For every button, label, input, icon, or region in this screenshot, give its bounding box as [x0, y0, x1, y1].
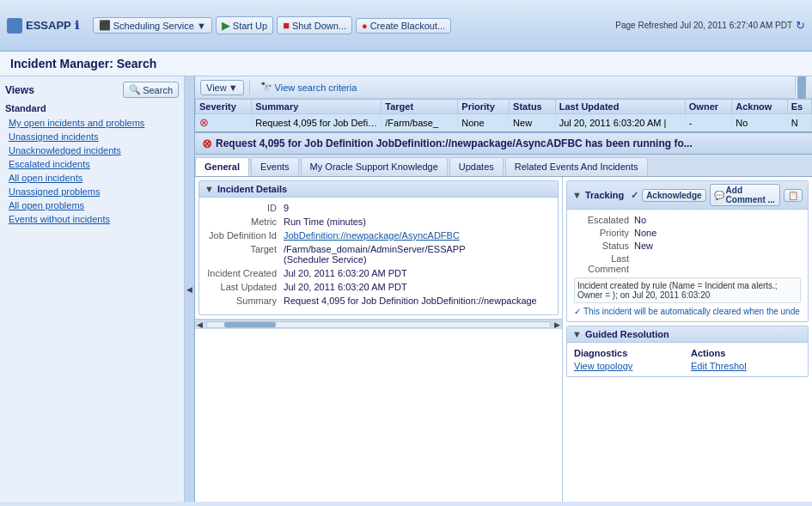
- cell-owner: -: [685, 114, 731, 131]
- scroll-right-btn[interactable]: ▶: [553, 320, 562, 329]
- view-criteria-btn[interactable]: 🔭 View search criteria: [255, 80, 363, 94]
- scroll-left-btn[interactable]: ◀: [195, 320, 205, 329]
- col-escalated[interactable]: Es: [787, 100, 811, 114]
- collapse-sidebar-btn[interactable]: ◀: [185, 76, 195, 502]
- tracking-label-status: Status: [574, 241, 634, 251]
- tab-events[interactable]: Events: [251, 157, 299, 176]
- detail-row-created: Incident Created Jul 20, 2011 6:03:20 AM…: [206, 268, 551, 278]
- view-dropdown-icon: ▼: [229, 82, 238, 93]
- sidebar-item-all-open-incidents[interactable]: All open incidents: [5, 171, 179, 185]
- top-bar-actions: ⬛ Scheduling Service ▼ ▶ Start Up ■ Shut…: [93, 16, 451, 34]
- checkmark-icon: ✓: [631, 190, 638, 201]
- scheduling-service-icon: ⬛: [99, 20, 111, 31]
- sidebar-item-unassigned-incidents[interactable]: Unassigned incidents: [5, 130, 179, 143]
- start-up-icon: ▶: [222, 19, 230, 32]
- tab-updates[interactable]: Updates: [449, 157, 504, 176]
- add-comment-label: Add Comment ...: [726, 186, 776, 204]
- left-panel: ▼ Incident Details ID 9 Metric Run Time …: [195, 177, 563, 502]
- detail-row-metric: Metric Run Time (minutes): [206, 216, 551, 227]
- sidebar-item-events-without[interactable]: Events without incidents: [5, 212, 179, 226]
- scheduling-service-btn[interactable]: ⬛ Scheduling Service ▼: [93, 17, 212, 34]
- detail-row-summary: Summary Request 4,095 for Job Definition…: [206, 296, 551, 306]
- col-target[interactable]: Target: [382, 100, 458, 114]
- col-summary[interactable]: Summary: [252, 100, 382, 114]
- auto-clear-text: ✓ This incident will be automatically cl…: [574, 307, 801, 316]
- top-bar: ESSAPP ℹ ⬛ Scheduling Service ▼ ▶ Start …: [0, 0, 812, 52]
- cell-target: /Farm/base_: [382, 114, 458, 131]
- tracking-row-last-comment: Last Comment: [574, 253, 801, 274]
- tabs-bar: General Events My Oracle Support Knowled…: [195, 155, 812, 177]
- section-collapse-icon[interactable]: ▼: [205, 184, 214, 194]
- tab-general[interactable]: General: [195, 157, 249, 176]
- incident-title-bar: ⊗ Request 4,095 for Job Definition JobDe…: [195, 133, 812, 155]
- detail-value-id: 9: [284, 203, 551, 213]
- guided-res-collapse-icon[interactable]: ▼: [572, 329, 582, 339]
- col-severity[interactable]: Severity: [196, 100, 252, 114]
- acknowledge-btn[interactable]: Acknowledge: [642, 189, 705, 202]
- edit-threshold-link[interactable]: Edit Threshol: [691, 361, 801, 371]
- more-btn[interactable]: 📋: [784, 189, 803, 202]
- cell-escalated: N: [787, 114, 811, 131]
- tracking-header: ▼ Tracking ✓ Acknowledge 💬 Add Comment .…: [567, 181, 808, 210]
- detail-row-id: ID 9: [206, 203, 551, 213]
- sidebar-item-unassigned-problems[interactable]: Unassigned problems: [5, 185, 179, 198]
- tracking-label-last-comment: Last Comment: [574, 253, 634, 274]
- table-row[interactable]: ⊗ Request 4,095 for Job Definition JobDe…: [196, 114, 812, 131]
- sidebar-item-unacknowledged[interactable]: Unacknowledged incidents: [5, 143, 179, 157]
- col-priority[interactable]: Priority: [458, 100, 510, 114]
- tab-oracle-support[interactable]: My Oracle Support Knowledge: [301, 157, 448, 176]
- incident-details-title: Incident Details: [217, 184, 287, 194]
- search-button[interactable]: 🔍 Search: [123, 82, 179, 98]
- app-logo-icon: [7, 18, 22, 34]
- sidebar-item-escalated[interactable]: Escalated incidents: [5, 157, 179, 171]
- detail-label-metric: Metric: [206, 216, 284, 227]
- col-owner[interactable]: Owner: [685, 100, 731, 114]
- add-comment-btn[interactable]: 💬 Add Comment ...: [710, 184, 780, 206]
- sidebar-title: Views: [5, 84, 34, 96]
- start-up-btn[interactable]: ▶ Start Up: [216, 16, 273, 34]
- tracking-collapse-icon[interactable]: ▼: [572, 190, 582, 200]
- guided-res-columns: Diagnostics View topology Actions Edit T…: [574, 348, 801, 371]
- toolbar-separator: [249, 81, 250, 94]
- col-status[interactable]: Status: [510, 100, 556, 114]
- sidebar-item-all-open-problems[interactable]: All open problems: [5, 198, 179, 212]
- tracking-label-priority: Priority: [574, 228, 634, 238]
- col-acknowledged[interactable]: Acknow: [732, 100, 787, 114]
- view-topology-link[interactable]: View topology: [574, 361, 684, 371]
- main-layout: Views 🔍 Search Standard My open incident…: [0, 76, 812, 502]
- tracking-row-status: Status New: [574, 241, 801, 251]
- detail-label-target: Target: [206, 244, 284, 254]
- start-up-label: Start Up: [233, 21, 267, 31]
- tracking-section: ▼ Tracking ✓ Acknowledge 💬 Add Comment .…: [566, 180, 809, 322]
- view-btn[interactable]: View ▼: [200, 80, 244, 95]
- page-title: Incident Manager: Search: [0, 52, 812, 76]
- detail-label-id: ID: [206, 203, 284, 213]
- h-scroll-bar[interactable]: ◀ ▶: [195, 319, 562, 329]
- h-scroll-track: [206, 321, 551, 328]
- refresh-icon[interactable]: ↻: [796, 19, 805, 32]
- app-info-icon[interactable]: ℹ: [75, 19, 79, 32]
- acknowledge-label: Acknowledge: [646, 191, 701, 200]
- detail-value-job-def[interactable]: JobDefinition://newpackage/AsyncADFBC: [284, 230, 551, 241]
- detail-label-summary: Summary: [206, 296, 284, 306]
- sidebar-header: Views 🔍 Search: [5, 82, 179, 98]
- shut-down-btn[interactable]: ■ Shut Down...: [277, 16, 352, 34]
- table-header-row: Severity Summary Target Priority Status …: [196, 100, 812, 114]
- sidebar-item-my-open[interactable]: My open incidents and problems: [5, 116, 179, 130]
- more-icon: 📋: [788, 191, 798, 200]
- shut-down-label: Shut Down...: [292, 21, 346, 31]
- guided-diagnostics-col: Diagnostics View topology: [574, 348, 684, 371]
- detail-label-last-updated: Last Updated: [206, 282, 284, 292]
- create-blackout-btn[interactable]: ● Create Blackout...: [356, 18, 451, 34]
- tab-related-events[interactable]: Related Events And Incidents: [505, 157, 648, 176]
- tracking-value-status: New: [634, 241, 653, 251]
- tracking-content: Escalated No Priority None Status New: [567, 210, 808, 321]
- diagnostics-header: Diagnostics: [574, 348, 684, 358]
- binoculars-icon: 🔭: [260, 82, 272, 93]
- detail-value-metric: Run Time (minutes): [284, 216, 551, 227]
- tracking-title: Tracking: [585, 190, 624, 200]
- app-logo: ESSAPP ℹ: [7, 18, 79, 34]
- detail-row-target: Target /Farm/base_domain/AdminServer/ESS…: [206, 244, 551, 265]
- auto-clear-check-icon: ✓: [574, 307, 581, 316]
- col-last-updated[interactable]: Last Updated: [555, 100, 685, 114]
